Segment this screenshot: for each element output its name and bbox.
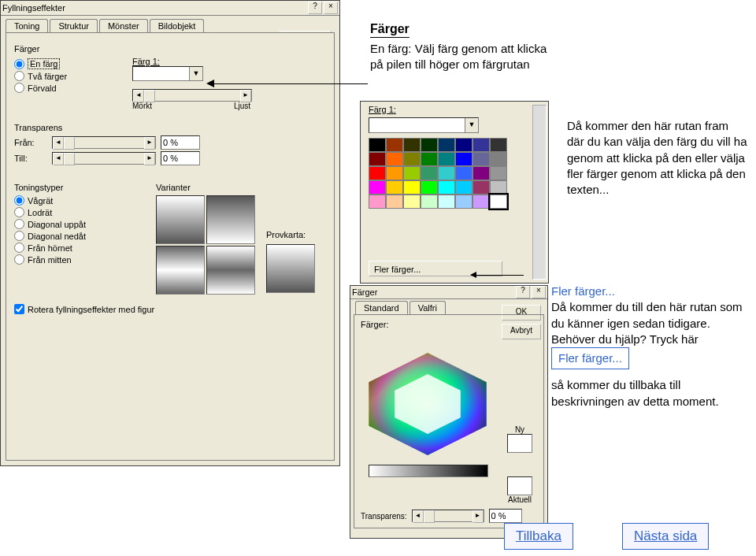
transparency-from-slider[interactable]: ◄ ► xyxy=(52,136,156,149)
scrollbar[interactable] xyxy=(532,105,547,280)
chevron-down-icon[interactable]: ▼ xyxy=(189,67,202,80)
variant-4[interactable] xyxy=(206,246,255,295)
arrow-right-icon[interactable]: ► xyxy=(144,137,155,150)
color-swatch[interactable] xyxy=(438,138,455,152)
color-swatch[interactable] xyxy=(472,152,490,166)
rotate-checkbox-label: Rotera fyllningseffekter med figur xyxy=(28,305,154,314)
popup-color1-label: Färg 1: xyxy=(369,105,396,114)
radio-from-center[interactable] xyxy=(14,254,24,265)
color-swatch[interactable] xyxy=(490,138,507,152)
variant-2[interactable] xyxy=(206,195,255,244)
close-icon[interactable]: × xyxy=(532,286,546,298)
color-swatch[interactable] xyxy=(490,166,507,180)
more-colors-button[interactable]: Fler färger... xyxy=(369,261,502,276)
color-swatch[interactable] xyxy=(490,180,507,195)
color-swatch[interactable] xyxy=(438,195,455,209)
grayscale-bar[interactable] xyxy=(369,465,488,477)
next-button[interactable]: Nästa sida xyxy=(622,523,709,550)
hexagon-color-picker[interactable] xyxy=(369,353,487,455)
color-swatch[interactable] xyxy=(403,138,421,152)
colors-transparency-input[interactable] xyxy=(489,509,522,523)
radio-one-color[interactable] xyxy=(14,59,24,69)
color-swatch[interactable] xyxy=(455,138,472,152)
rotate-checkbox[interactable] xyxy=(14,304,24,314)
tab-custom[interactable]: Valfri xyxy=(410,301,446,314)
help-icon[interactable]: ? xyxy=(516,286,530,298)
help-icon[interactable]: ? xyxy=(308,2,322,14)
color-swatch[interactable] xyxy=(455,166,472,180)
color-swatch[interactable] xyxy=(369,138,386,152)
arrow-left-icon[interactable]: ◄ xyxy=(133,90,144,102)
color-swatch[interactable] xyxy=(490,195,507,209)
color-swatch[interactable] xyxy=(369,195,386,209)
color-swatch[interactable] xyxy=(421,195,438,209)
radio-vertical[interactable] xyxy=(14,207,24,217)
radio-diag-down[interactable] xyxy=(14,231,24,241)
color-swatch[interactable] xyxy=(472,195,490,209)
color-swatch[interactable] xyxy=(369,166,386,180)
color-swatch[interactable] xyxy=(369,180,386,195)
variant-1[interactable] xyxy=(156,195,205,244)
color-swatch[interactable] xyxy=(472,138,490,152)
transparency-to-input[interactable] xyxy=(161,151,200,165)
tab-toning[interactable]: Toning xyxy=(6,19,48,32)
radio-horizontal[interactable] xyxy=(14,195,24,206)
more-colors-link[interactable]: Fler färger... xyxy=(551,347,629,369)
arrow-left-icon[interactable]: ◄ xyxy=(53,153,64,165)
radio-from-corner[interactable] xyxy=(14,243,24,253)
color-swatch[interactable] xyxy=(490,152,507,166)
color-swatch[interactable] xyxy=(403,152,421,166)
color-swatch[interactable] xyxy=(438,152,455,166)
radio-diag-up[interactable] xyxy=(14,219,24,229)
colors-titlebar[interactable]: Färger ? × xyxy=(350,286,547,299)
transparency-label: Transparens: xyxy=(361,512,407,521)
tab-monster[interactable]: Mönster xyxy=(99,19,148,32)
popup-color-dropdown[interactable]: ▼ xyxy=(369,117,479,133)
fill-effects-dialog: Fyllningseffekter ? × Toning Struktur Mö… xyxy=(0,0,340,466)
color-swatch[interactable] xyxy=(472,166,490,180)
radio-two-colors[interactable] xyxy=(14,71,24,81)
color-swatch[interactable] xyxy=(438,166,455,180)
titlebar[interactable]: Fyllningseffekter ? × xyxy=(1,1,339,16)
arrow-left-icon[interactable]: ◄ xyxy=(53,137,64,150)
tab-standard[interactable]: Standard xyxy=(355,301,408,314)
colors-transparency-slider[interactable]: ◄ ► xyxy=(412,510,484,522)
sample-label: Provkarta: xyxy=(266,230,306,239)
gradient-types-label: Toningstyper xyxy=(14,183,124,192)
arrow-left-icon[interactable]: ◄ xyxy=(413,510,424,523)
color-swatch[interactable] xyxy=(403,180,421,195)
transparency-from-input[interactable] xyxy=(161,135,200,150)
close-icon[interactable]: × xyxy=(324,2,338,14)
color-swatch[interactable] xyxy=(455,152,472,166)
radio-preset[interactable] xyxy=(14,83,24,93)
color-swatch[interactable] xyxy=(421,152,438,166)
variant-3[interactable] xyxy=(156,246,205,295)
tab-struktur[interactable]: Struktur xyxy=(50,19,98,32)
color-swatch[interactable] xyxy=(421,166,438,180)
color-swatch[interactable] xyxy=(421,138,438,152)
tab-bildobjekt[interactable]: Bildobjekt xyxy=(150,19,205,32)
colors-dialog-title: Färger xyxy=(352,287,377,297)
arrow-right-icon[interactable]: ► xyxy=(240,90,251,102)
color-swatch[interactable] xyxy=(386,180,403,195)
color-swatch[interactable] xyxy=(386,166,403,180)
dark-light-slider[interactable]: ◄ ► xyxy=(132,89,252,102)
color-swatch[interactable] xyxy=(455,180,472,195)
color-swatch[interactable] xyxy=(386,195,403,209)
color-swatch[interactable] xyxy=(455,195,472,209)
color-swatch[interactable] xyxy=(472,180,490,195)
back-button[interactable]: Tillbaka xyxy=(504,523,573,550)
color-swatch[interactable] xyxy=(438,180,455,195)
color-swatch[interactable] xyxy=(369,152,386,166)
chevron-down-icon[interactable]: ▼ xyxy=(465,118,478,132)
color-swatch[interactable] xyxy=(403,195,421,209)
color-swatch[interactable] xyxy=(386,152,403,166)
arrow-right-icon[interactable]: ► xyxy=(144,153,155,165)
arrow-right-icon[interactable]: ► xyxy=(472,510,484,523)
color1-swatch[interactable]: ▼ xyxy=(132,66,203,81)
colors-dialog: Färger ? × Standard Valfri OK Avbryt Fär… xyxy=(350,285,548,539)
color-swatch[interactable] xyxy=(421,180,438,195)
color-swatch[interactable] xyxy=(386,138,403,152)
color-swatch[interactable] xyxy=(403,166,421,180)
transparency-to-slider[interactable]: ◄ ► xyxy=(52,152,156,165)
